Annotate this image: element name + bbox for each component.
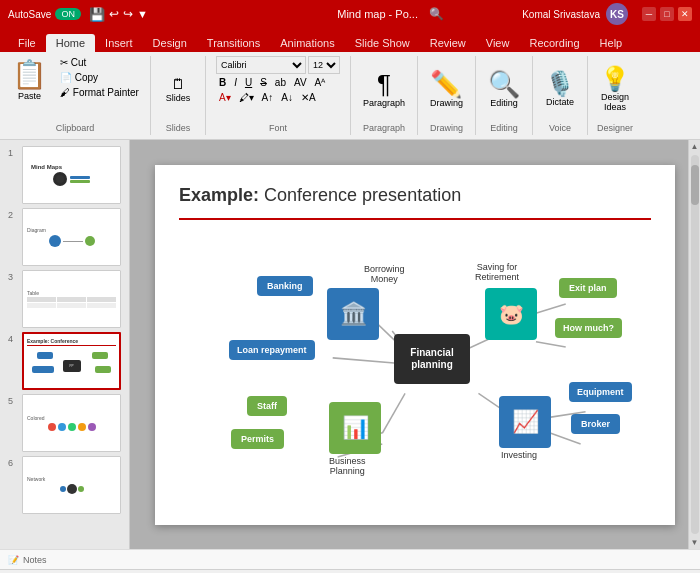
borrowing-money-label: BorrowingMoney: [364, 264, 405, 286]
notes-bar: 📝 Notes: [0, 549, 700, 569]
title-bar-center: Mind map - Po... 🔍: [265, 7, 516, 21]
slide-img-5: Colored: [22, 394, 121, 452]
fontsize-up-button[interactable]: A↑: [259, 91, 277, 104]
slide-divider: [179, 218, 651, 220]
new-slide-button[interactable]: 🗒 Slides: [160, 74, 196, 106]
font-size-select[interactable]: 12: [308, 56, 340, 74]
dictate-button[interactable]: 🎙️ Dictate: [541, 70, 579, 110]
mini-slide-4: Example: Conference FP: [24, 334, 119, 388]
tab-slideshow[interactable]: Slide Show: [345, 34, 420, 52]
slide-title: Example: Conference presentation: [179, 185, 651, 206]
close-button[interactable]: ✕: [678, 7, 692, 21]
slide-num-3: 3: [8, 272, 18, 282]
slide-thumb-2[interactable]: 2 Diagram: [8, 208, 121, 266]
tab-insert[interactable]: Insert: [95, 34, 143, 52]
slide-thumb-3[interactable]: 3 Table: [8, 270, 121, 328]
group-editing: 🔍 Editing Editing: [476, 56, 533, 135]
exit-plan-node[interactable]: Exit plan: [559, 278, 617, 298]
highlight-button[interactable]: 🖍▾: [236, 91, 257, 104]
slide-thumb-4[interactable]: 4 Example: Conference FP: [8, 332, 121, 390]
slide-title-normal: Conference presentation: [259, 185, 461, 205]
how-much-node[interactable]: How much?: [555, 318, 622, 338]
ribbon-tabs: File Home Insert Design Transitions Anim…: [0, 28, 700, 52]
center-node[interactable]: Financialplanning: [394, 334, 470, 384]
user-avatar[interactable]: KS: [606, 3, 628, 25]
staff-node[interactable]: Staff: [247, 396, 287, 416]
business-icon-node[interactable]: 📊: [329, 402, 381, 454]
design-ideas-button[interactable]: 💡 Design Ideas: [596, 65, 634, 115]
tab-recording[interactable]: Recording: [519, 34, 589, 52]
italic-button[interactable]: I: [231, 76, 240, 89]
restore-button[interactable]: □: [660, 7, 674, 21]
tab-review[interactable]: Review: [420, 34, 476, 52]
strikethrough-button[interactable]: S: [257, 76, 270, 89]
undo-icon[interactable]: ↩: [109, 7, 119, 21]
slide-thumb-1[interactable]: 1 Mind Maps: [8, 146, 121, 204]
loan-repayment-node[interactable]: Loan repayment: [229, 340, 315, 360]
font-row-1: Calibri 12: [216, 56, 340, 74]
permits-node[interactable]: Permits: [231, 429, 284, 449]
slide-thumb-6[interactable]: 6 Network: [8, 456, 121, 514]
title-bar-left: AutoSave ON 💾 ↩ ↪ ▼: [8, 7, 259, 22]
design-ideas-icon: 💡: [600, 67, 630, 91]
equipment-node[interactable]: Equipment: [569, 382, 632, 402]
cut-button[interactable]: ✂ Cut: [57, 56, 142, 69]
slides-content: 🗒 Slides: [160, 56, 196, 123]
banking-node[interactable]: Banking: [257, 276, 313, 296]
slide-thumb-5[interactable]: 5 Colored: [8, 394, 121, 452]
paragraph-button[interactable]: ¶ Paragraph: [359, 69, 409, 111]
investing-icon-node[interactable]: 📈: [499, 396, 551, 448]
dictate-label: Dictate: [546, 98, 574, 108]
tab-transitions[interactable]: Transitions: [197, 34, 270, 52]
slide-canvas: Example: Conference presentation: [155, 165, 675, 525]
tab-home[interactable]: Home: [46, 34, 95, 52]
mini-slide-1: Mind Maps: [23, 147, 120, 203]
voice-content: 🎙️ Dictate: [541, 56, 579, 123]
editing-button[interactable]: 🔍 Editing: [484, 69, 524, 111]
search-icon[interactable]: 🔍: [429, 7, 444, 21]
more-icon[interactable]: ▼: [137, 8, 148, 20]
paste-button[interactable]: 📋 Paste: [8, 56, 51, 103]
window-controls: ─ □ ✕: [642, 7, 692, 21]
mini-slide-2: Diagram: [23, 209, 120, 265]
tab-animations[interactable]: Animations: [270, 34, 344, 52]
underline-button[interactable]: U: [242, 76, 255, 89]
minimize-button[interactable]: ─: [642, 7, 656, 21]
format-painter-button[interactable]: 🖌 Format Painter: [57, 86, 142, 99]
design-ideas-label: Design Ideas: [601, 93, 629, 113]
group-designer: 💡 Design Ideas Designer: [588, 56, 642, 135]
fontsize-aa-button[interactable]: Aᴬ: [312, 76, 329, 89]
mini-slide-3: Table: [23, 271, 120, 327]
broker-node[interactable]: Broker: [571, 414, 620, 434]
saving-icon-node[interactable]: 🐷: [485, 288, 537, 340]
mindmap: Financialplanning 🏛️ BorrowingMoney Bank…: [179, 234, 651, 514]
paste-label: Paste: [18, 91, 41, 101]
tab-design[interactable]: Design: [143, 34, 197, 52]
font-label: Font: [269, 123, 287, 135]
save-icon[interactable]: 💾: [89, 7, 105, 22]
bold-button[interactable]: B: [216, 76, 229, 89]
bank-icon-node[interactable]: 🏛️: [327, 288, 379, 340]
scroll-thumb[interactable]: [691, 165, 699, 205]
slide-title-bold: Example:: [179, 185, 259, 205]
right-scrollbar: ▲ ▼: [688, 140, 700, 549]
fontcolor-button[interactable]: A▾: [216, 91, 234, 104]
redo-icon[interactable]: ↪: [123, 7, 133, 21]
clearformat-button[interactable]: ✕A: [298, 91, 319, 104]
shadow-button[interactable]: ab: [272, 76, 289, 89]
tab-help[interactable]: Help: [590, 34, 633, 52]
user-name: Komal Srivastava: [522, 9, 600, 20]
slide-img-6: Network: [22, 456, 121, 514]
charspacing-button[interactable]: AV: [291, 76, 310, 89]
main-area: 1 Mind Maps: [0, 140, 700, 549]
editing-content: 🔍 Editing: [484, 56, 524, 123]
autosave-toggle[interactable]: ON: [55, 8, 81, 20]
tab-file[interactable]: File: [8, 34, 46, 52]
scroll-down-button[interactable]: ▼: [689, 536, 700, 549]
drawing-button[interactable]: ✏️ Drawing: [426, 69, 467, 111]
fontsize-down-button[interactable]: A↓: [278, 91, 296, 104]
copy-button[interactable]: 📄 Copy: [57, 71, 142, 84]
scroll-up-button[interactable]: ▲: [689, 140, 700, 153]
font-family-select[interactable]: Calibri: [216, 56, 306, 74]
tab-view[interactable]: View: [476, 34, 520, 52]
